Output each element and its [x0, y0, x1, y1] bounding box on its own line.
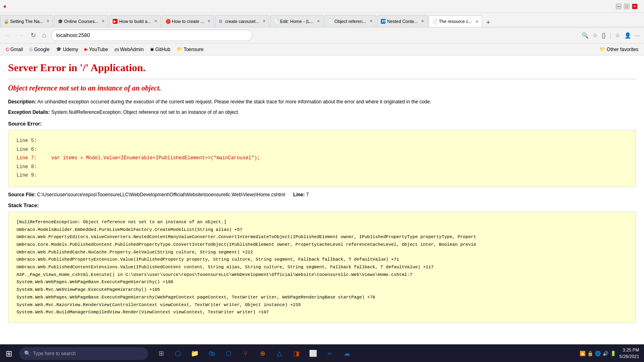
taskbar: ⊞ 🔍 Type here to search ⊞ ⬡ 📁 🛍 ⬡ ⑂ ⊕ △ …: [0, 344, 644, 362]
tab-close-icon[interactable]: ✕: [46, 19, 50, 23]
file-explorer-icon[interactable]: 📁: [187, 346, 203, 362]
tray-network-icon[interactable]: 🌐: [595, 351, 601, 356]
source-file-path: C:\Users\user\source\repos\TooensureLLC\…: [37, 192, 285, 197]
line-label: Line:: [293, 192, 305, 197]
tab-close-icon[interactable]: ✕: [207, 19, 211, 23]
line-number: Line 8:: [17, 164, 37, 170]
line-number: Line 7: var items = Model.Value<IEnumera…: [17, 155, 260, 161]
tab-close-icon[interactable]: ✕: [317, 19, 320, 23]
description-text: Description: An unhandled exception occu…: [8, 98, 636, 105]
tab-close-icon[interactable]: ✕: [421, 19, 424, 23]
line-number: Line 5:: [17, 138, 37, 144]
tab-favicon: PN: [381, 19, 386, 24]
tray-battery-icon[interactable]: 🔋: [610, 351, 616, 356]
url-input[interactable]: [51, 30, 252, 41]
clock-time: 3:25 PM: [619, 347, 639, 353]
blender-icon[interactable]: ⊕: [254, 346, 270, 362]
maximize-button[interactable]: □: [624, 4, 630, 9]
tab-setting-na[interactable]: 🔒 Setting The Na... ✕: [0, 15, 53, 27]
tab-the-resource[interactable]: 📄 The resource c... ✕: [429, 15, 482, 27]
tab-close-icon[interactable]: ✕: [369, 19, 373, 23]
tab-object-ref[interactable]: 📄 Object referen... ✕: [324, 15, 376, 27]
tab-how-to-create[interactable]: 🔴 How to create ... ✕: [162, 15, 214, 27]
home-button[interactable]: ⌂: [41, 31, 48, 40]
bookmark-youtube[interactable]: ▶ YouTube: [82, 46, 110, 53]
close-button[interactable]: ✕: [632, 4, 638, 9]
snip-icon[interactable]: ✂: [322, 346, 338, 362]
bookmarks-bar: G Gmail G Google 🎓 Udemy ▶ YouTube 🗃 Web…: [0, 43, 644, 56]
bookmark-udemy[interactable]: 🎓 Udemy: [54, 46, 80, 53]
tab-close-icon[interactable]: ✕: [154, 19, 157, 23]
vscode-icon[interactable]: ⬡: [221, 346, 237, 362]
account-icon[interactable]: 👤: [623, 31, 632, 39]
bookmark-google[interactable]: G Google: [27, 46, 52, 53]
line-number-value: 7: [306, 192, 309, 197]
tab-favicon: 📄: [274, 19, 279, 24]
bookmark-toensure[interactable]: 📁 Toensure: [174, 46, 206, 53]
exception-details-label: Exception Details:: [8, 109, 50, 115]
star-icon[interactable]: ☆: [592, 31, 599, 39]
tab-favicon: 🔴: [165, 19, 170, 24]
bookmark-github[interactable]: ◉ GitHub: [148, 46, 173, 53]
office-icon[interactable]: ◨: [288, 346, 304, 362]
refresh-button[interactable]: ↻: [29, 31, 37, 40]
tab-favicon: 🎓: [58, 19, 62, 24]
stack-line-12: System.Web.Mvc.BuildManagerCompiledView.…: [17, 309, 627, 316]
bookmark-label: Other favorites: [607, 47, 638, 52]
tray-arrow-icon[interactable]: 🔼: [580, 351, 586, 356]
forward-button[interactable]: →: [16, 31, 26, 40]
tab-edit-home[interactable]: 📄 Edit: Home - (L... ✕: [270, 15, 324, 27]
minimize-button[interactable]: —: [616, 4, 621, 9]
start-button[interactable]: ⊞: [0, 345, 18, 362]
photos-icon[interactable]: ⬜: [305, 346, 321, 362]
bookmark-gmail[interactable]: G Gmail: [3, 46, 25, 53]
tab-bar: 🔒 Setting The Na... ✕ 🎓 Online Courses..…: [0, 13, 644, 27]
bookmark-webadmin[interactable]: 🗃 WebAdmin: [112, 46, 146, 53]
search-icon[interactable]: 🔍: [581, 31, 589, 39]
azure-icon[interactable]: △: [271, 346, 287, 362]
tab-close-icon[interactable]: ✕: [262, 19, 266, 23]
code-line-8: Line 8:: [17, 163, 627, 172]
git-icon[interactable]: ⑂: [237, 346, 254, 362]
tray-security-icon[interactable]: 🔒: [587, 351, 593, 356]
back-button[interactable]: ←: [3, 31, 13, 40]
tab-close-icon[interactable]: ✕: [475, 19, 479, 24]
extensions-icon[interactable]: {}: [601, 31, 606, 39]
search-icon-taskbar: 🔍: [24, 350, 31, 356]
udemy-icon: 🎓: [56, 47, 62, 52]
github-icon: ◉: [150, 47, 154, 52]
tab-label: The resource c...: [439, 19, 472, 24]
tab-online-courses[interactable]: 🎓 Online Courses... ✕: [54, 15, 108, 27]
new-tab-button[interactable]: +: [483, 19, 494, 27]
stack-line-2: Umbraco.Web.PropertyEditors.ValueConvert…: [17, 233, 627, 241]
tab-close-icon[interactable]: ✕: [101, 19, 105, 23]
window-controls: — □ ✕: [616, 4, 638, 9]
tab-create-carousel[interactable]: ⚙ create carousel... ✕: [215, 15, 269, 27]
edge-icon[interactable]: ⬡: [170, 346, 186, 362]
onedrive-icon[interactable]: ☁: [339, 346, 355, 362]
tray-volume-icon[interactable]: 🔊: [603, 351, 609, 356]
folder-icon-other: 📁: [600, 47, 605, 52]
menu-icon[interactable]: ···: [634, 31, 641, 39]
title-bar: ● — □ ✕: [0, 0, 644, 13]
store-icon[interactable]: 🛍: [204, 346, 220, 362]
google-icon: G: [29, 47, 33, 52]
taskview-icon[interactable]: ⊞: [153, 346, 169, 362]
description-label: Description:: [8, 99, 36, 105]
bookmark-other-favorites[interactable]: 📁 Other favorites: [597, 46, 641, 53]
system-tray-icons: 🔼 🔒 🌐 🔊 🔋: [580, 351, 616, 356]
tab-how-to-build[interactable]: ▶ How to build a... ✕: [109, 15, 161, 27]
system-clock[interactable]: 3:25 PM 5/28/2021: [619, 347, 639, 360]
tab-favicon: ▶: [113, 19, 118, 24]
tab-label: Online Courses...: [64, 19, 98, 24]
bookmark-label: YouTube: [89, 47, 108, 52]
taskbar-app-icons: ⊞ ⬡ 📁 🛍 ⬡ ⑂ ⊕ △ ◨ ⬜ ✂ ☁: [153, 346, 355, 362]
error-subtitle: Object reference not set to an instance …: [8, 84, 636, 93]
source-error-header: Source Error:: [8, 121, 636, 127]
taskbar-search[interactable]: 🔍 Type here to search: [19, 347, 148, 360]
tab-label: How to build a...: [119, 19, 151, 24]
favorites-icon[interactable]: ☆: [614, 31, 621, 39]
tab-nested-content[interactable]: PN Nested Conte... ✕: [377, 15, 428, 27]
taskbar-right: 🔼 🔒 🌐 🔊 🔋 3:25 PM 5/28/2021: [580, 347, 644, 360]
bookmark-label: Udemy: [63, 47, 78, 52]
